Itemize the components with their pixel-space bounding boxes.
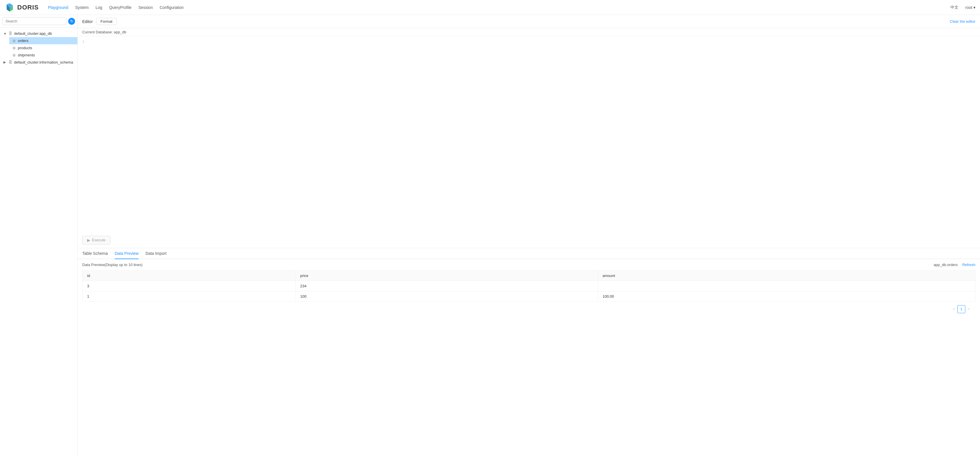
data-preview-title: Data Preview(Display up to 10 lines)	[82, 262, 143, 267]
tree-db-app_db[interactable]: ▼ 🗄 default_cluster:app_db	[0, 30, 77, 37]
logo-text: DORIS	[17, 4, 39, 11]
tree-table-shipments[interactable]: ⊞ shipments	[9, 51, 77, 59]
database-icon: 🗄	[9, 31, 13, 36]
main-layout: ↻ ▼ 🗄 default_cluster:app_db ⊞ orders ⊞ …	[0, 15, 980, 455]
editor-area: Editor Format Clear the editor Current D…	[78, 15, 980, 455]
tree-children-app_db: ⊞ orders ⊞ products ⊞ shipments	[0, 37, 77, 59]
editor-header: Editor Format Clear the editor	[78, 15, 980, 28]
doris-logo-icon	[5, 2, 15, 13]
col-header-price: price	[296, 270, 598, 281]
tab-table-schema[interactable]: Table Schema	[82, 248, 108, 259]
tree-table-orders[interactable]: ⊞ orders	[9, 37, 77, 44]
preview-table: id price amount 3 234 1 100 100.00	[82, 270, 975, 302]
sidebar: ↻ ▼ 🗄 default_cluster:app_db ⊞ orders ⊞ …	[0, 15, 78, 455]
col-header-id: id	[83, 270, 296, 281]
clear-editor-button[interactable]: Clear the editor	[950, 19, 975, 24]
cell-price-2: 100	[296, 291, 598, 301]
bottom-tabs: Table Schema Data Preview Data Import	[78, 248, 980, 259]
search-input[interactable]	[2, 17, 67, 25]
page-next-button[interactable]: >	[966, 306, 971, 312]
table-icon: ⊞	[13, 53, 16, 57]
nav-system[interactable]: System	[75, 4, 89, 11]
cell-amount-2: 100.00	[598, 291, 975, 301]
nav-configuration[interactable]: Configuration	[160, 4, 183, 11]
pagination: < 1 >	[82, 302, 975, 317]
language-switcher[interactable]: 中文	[950, 5, 958, 10]
execute-area: ▶ Execute	[78, 232, 980, 248]
nav-queryprofile[interactable]: QueryProfile	[109, 4, 132, 11]
data-preview-header: Data Preview(Display up to 10 lines) app…	[82, 262, 975, 267]
cell-id-2: 1	[83, 291, 296, 301]
chevron-down-icon: ▼	[3, 32, 7, 35]
tree-db-information_schema[interactable]: ▶ 🗄 default_cluster:information_schema	[0, 59, 77, 66]
play-icon: ▶	[87, 238, 90, 242]
cell-id-1: 3	[83, 281, 296, 291]
search-clear-button[interactable]: ↻	[68, 18, 75, 25]
table-icon: ⊞	[13, 46, 16, 50]
page-1-button[interactable]: 1	[957, 305, 965, 313]
chevron-right-icon: ▶	[3, 60, 7, 64]
nav-session[interactable]: Session	[138, 4, 153, 11]
tree-table-products[interactable]: ⊞ products	[9, 44, 77, 51]
cell-price-1: 234	[296, 281, 598, 291]
logo: DORIS	[5, 2, 39, 13]
editor-tab[interactable]: Editor	[82, 19, 93, 24]
execute-button[interactable]: ▶ Execute	[82, 236, 110, 245]
top-nav: DORIS Playground System Log QueryProfile…	[0, 0, 980, 15]
code-editor[interactable]: 1	[78, 36, 980, 232]
format-button[interactable]: Format	[96, 18, 117, 25]
col-header-amount: amount	[598, 270, 975, 281]
table-header-row: id price amount	[83, 270, 975, 281]
current-db-label: Current Database: app_db	[78, 28, 980, 36]
table-row: 3 234	[83, 281, 975, 291]
data-preview-area: Data Preview(Display up to 10 lines) app…	[78, 259, 980, 455]
tab-data-import[interactable]: Data Import	[145, 248, 167, 259]
line-number: 1	[82, 40, 84, 44]
refresh-button[interactable]: Refresh	[962, 262, 975, 267]
user-menu[interactable]: root ▾	[965, 5, 975, 10]
nav-log[interactable]: Log	[95, 4, 102, 11]
table-icon: ⊞	[13, 39, 16, 43]
data-preview-db: app_db.orders	[934, 262, 958, 267]
search-bar: ↻	[0, 15, 77, 28]
table-row: 1 100 100.00	[83, 291, 975, 301]
page-prev-button[interactable]: <	[952, 306, 956, 312]
database-icon: 🗄	[9, 60, 13, 64]
tree-area: ▼ 🗄 default_cluster:app_db ⊞ orders ⊞ pr…	[0, 28, 77, 68]
cell-amount-1	[598, 281, 975, 291]
tab-data-preview[interactable]: Data Preview	[115, 248, 138, 259]
nav-playground[interactable]: Playground	[48, 4, 68, 11]
refresh-icon: ↻	[70, 19, 73, 23]
